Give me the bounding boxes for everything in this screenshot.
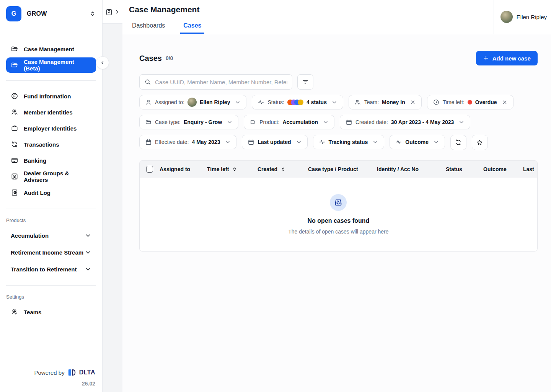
- sidebar-item-label: Audit Log: [24, 189, 51, 196]
- filter-label: Product:: [259, 119, 279, 125]
- filter-label: Case type:: [155, 119, 181, 125]
- filter-created-date[interactable]: Created date: 30 Apr 2023 - 4 May 2023: [340, 115, 470, 129]
- inbox-x-icon: [330, 194, 347, 211]
- pulse-icon: [258, 99, 264, 106]
- filter-label: Status:: [267, 99, 284, 105]
- filter-time-left[interactable]: Time left: Overdue: [427, 95, 514, 109]
- sidebar-item-banking[interactable]: Banking: [6, 153, 96, 168]
- chevron-down-icon: [458, 119, 465, 125]
- filter-team[interactable]: Team: Money In: [349, 95, 422, 109]
- sidebar-item-employer-identities[interactable]: Employer Identities: [6, 121, 96, 136]
- sidebar: G GROW Case Management Case Management (…: [0, 0, 103, 392]
- sidebar-item-transactions[interactable]: Transactions: [6, 137, 96, 152]
- sidebar-item-case-management-beta[interactable]: Case Management (Beta): [6, 57, 96, 73]
- filter-assigned-to[interactable]: Assigned to: Ellen Ripley: [139, 95, 246, 109]
- filter-last-updated[interactable]: Last updated: [242, 135, 307, 149]
- filter-label: Outcome: [405, 139, 429, 145]
- refresh-button[interactable]: [450, 135, 466, 150]
- folder-open-icon: [11, 45, 18, 53]
- status-dot-yellow: [298, 100, 303, 105]
- sidebar-item-case-management[interactable]: Case Management: [6, 41, 96, 57]
- app-window: G GROW Case Management Case Management (…: [0, 0, 551, 392]
- chevron-down-icon: [227, 119, 233, 125]
- sidebar-product-retirement-income-stream[interactable]: Retirement Income Stream: [0, 244, 102, 261]
- filter-status[interactable]: Status: 4 status: [252, 95, 343, 109]
- filter-value: Enquiry - Grow: [184, 119, 222, 125]
- chevron-left-icon: [100, 60, 105, 65]
- filter-effective-date[interactable]: Effective date: 4 May 2023: [139, 135, 236, 149]
- briefcase-icon: [11, 124, 18, 132]
- filter-tracking-status[interactable]: Tracking status: [313, 135, 385, 149]
- star-icon: [476, 139, 483, 146]
- calendar-icon: [248, 139, 254, 145]
- chevron-down-icon: [85, 266, 91, 273]
- sidebar-product-accumulation[interactable]: Accumulation: [0, 227, 102, 244]
- sidebar-collapse-button[interactable]: [96, 56, 109, 69]
- sort-icon[interactable]: [280, 167, 286, 172]
- tab-dashboards[interactable]: Dashboards: [129, 22, 168, 34]
- close-icon[interactable]: [410, 99, 416, 105]
- sidebar-item-label: Employer Identities: [24, 125, 77, 132]
- refresh-icon: [455, 139, 462, 146]
- sidebar-item-fund-information[interactable]: Fund Information: [6, 88, 96, 104]
- filter-value: 30 Apr 2023 - 4 May 2023: [391, 119, 454, 125]
- filter-label: Last updated: [258, 139, 291, 145]
- filter-lines-icon: [302, 78, 309, 85]
- divider: [6, 285, 96, 286]
- filter-outcome[interactable]: Outcome: [390, 135, 445, 149]
- folder-open-icon: [145, 119, 152, 126]
- chevron-down-icon: [296, 139, 302, 145]
- sidebar-item-member-identities[interactable]: Member Identities: [6, 105, 96, 120]
- add-new-case-button[interactable]: Add new case: [476, 51, 538, 65]
- filter-case-type[interactable]: Case type: Enquiry - Grow: [139, 115, 238, 129]
- sidebar-product-transition-to-retirement[interactable]: Transition to Retirement: [0, 261, 102, 278]
- person-icon: [145, 99, 152, 106]
- people-icon: [354, 99, 361, 106]
- overdue-dot: [468, 100, 472, 105]
- product-shape-icon: [249, 119, 256, 126]
- sidebar-item-label: Teams: [24, 309, 41, 315]
- sidebar-footer: Powered by DLTA 26.02: [0, 362, 102, 392]
- audit-check-icon: [11, 189, 18, 196]
- empty-state-title: No open cases found: [308, 217, 370, 224]
- filter-product[interactable]: Product: Accumulation: [244, 115, 334, 129]
- sidebar-item-teams[interactable]: Teams: [6, 304, 96, 320]
- tab-cases[interactable]: Cases: [180, 22, 204, 34]
- status-color-dots: [287, 100, 303, 105]
- filter-label: Created date:: [355, 119, 388, 125]
- chevron-up-down-icon[interactable]: [89, 10, 96, 17]
- chevron-right-icon[interactable]: [114, 9, 120, 15]
- sidebar-item-audit-log[interactable]: Audit Log: [6, 185, 96, 200]
- case-search-input[interactable]: [139, 74, 292, 90]
- column-header: Last: [523, 166, 534, 172]
- sidebar-item-dealer-groups-advisers[interactable]: Dealer Groups & Advisers: [6, 169, 96, 184]
- plus-icon: [483, 55, 489, 61]
- pulse-icon: [395, 139, 402, 145]
- avatar: [500, 11, 513, 23]
- favorite-filter-button[interactable]: [472, 135, 488, 150]
- filter-label: Time left:: [443, 99, 465, 105]
- workspace-switcher[interactable]: G GROW: [0, 0, 102, 27]
- close-icon[interactable]: [502, 99, 508, 105]
- clock-icon: [433, 99, 440, 106]
- sidebar-nav: Case Management Case Management (Beta) F…: [0, 27, 102, 201]
- app-version: 26.02: [6, 381, 95, 387]
- cases-count: 0/0: [166, 55, 173, 61]
- divider: [6, 80, 96, 81]
- module-rail-expander[interactable]: [103, 0, 122, 24]
- user-menu[interactable]: Ellen Ripley: [494, 0, 551, 34]
- chevron-down-icon: [85, 249, 91, 256]
- filter-settings-button[interactable]: [297, 74, 313, 90]
- column-header: Assigned to: [160, 166, 190, 172]
- filter-label: Tracking status: [329, 139, 368, 145]
- calendar-icon: [145, 139, 152, 145]
- select-all-checkbox[interactable]: [146, 166, 153, 173]
- column-header: Status: [446, 166, 462, 172]
- person-card-icon: [11, 173, 18, 180]
- divider: [6, 209, 96, 209]
- filter-label: Effective date:: [155, 139, 189, 145]
- filter-label: Team:: [364, 99, 379, 105]
- sidebar-item-label: Case Management: [24, 46, 74, 52]
- sort-icon[interactable]: [232, 167, 237, 172]
- column-header: Identity / Acc No: [377, 166, 419, 172]
